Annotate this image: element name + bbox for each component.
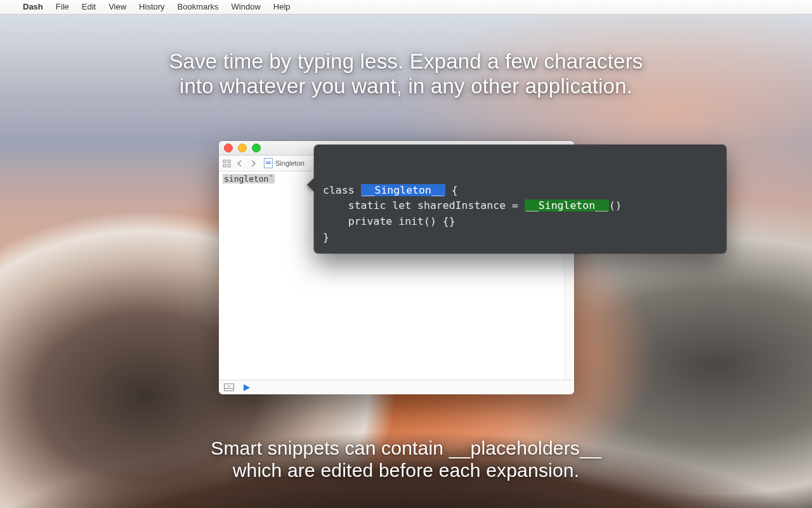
marketing-caption-bottom: Smart snippets can contain __placeholder… [0,437,812,482]
snippet-expansion-tooltip: class __Singleton__ { static let sharedI… [314,145,726,253]
debug-area-toggle-icon[interactable] [224,384,234,391]
caption-bottom-line2: which are edited before each expansion. [233,460,580,481]
nav-back-button[interactable] [233,157,245,169]
document-icon [264,158,273,168]
menu-file[interactable]: File [49,0,75,14]
editor-tab-label: Singleton [275,159,304,167]
snip-l4: } [323,231,329,243]
run-play-icon[interactable] [243,384,251,392]
svg-rect-4 [225,384,234,391]
snip-l3: private init() {} [323,215,455,227]
snip-l2a: static let sharedInstance = [323,199,525,211]
traffic-lights [224,144,261,152]
svg-rect-0 [223,160,226,163]
editor-text-area[interactable]: singleton` [219,171,275,380]
tooltip-arrow [307,178,314,192]
minimize-button[interactable] [238,144,247,152]
menu-help[interactable]: Help [267,0,297,14]
menu-bookmarks[interactable]: Bookmarks [171,0,225,14]
caption-top-line1: Save time by typing less. Expand a few c… [169,50,643,73]
zoom-button[interactable] [252,144,261,152]
app-name-menu[interactable]: Dash [16,0,49,14]
menu-window[interactable]: Window [225,0,267,14]
menu-edit[interactable]: Edit [75,0,102,14]
placeholder-mirror: __Singleton__ [525,199,609,211]
placeholder-active: __Singleton__ [361,184,445,196]
typed-trigger-text: singleton` [223,174,275,184]
menu-view[interactable]: View [102,0,133,14]
svg-rect-2 [223,164,226,167]
marketing-caption-top: Save time by typing less. Expand a few c… [0,50,812,99]
menu-history[interactable]: History [133,0,171,14]
caption-top-line2: into whatever you want, in any other app… [180,74,632,98]
related-items-icon[interactable] [223,159,231,168]
snip-l1a: class [323,184,361,196]
nav-forward-button[interactable] [247,157,259,169]
svg-rect-1 [228,160,230,163]
caption-bottom-line1: Smart snippets can contain __placeholder… [211,438,601,458]
snip-l1b: { [445,184,458,196]
close-button[interactable] [224,144,233,152]
macos-menubar: Dash File Edit View History Bookmarks Wi… [0,0,812,15]
editor-bottom-bar [219,380,574,394]
svg-rect-3 [228,164,230,167]
editor-tab[interactable]: Singleton [264,158,304,168]
snip-l2b: () [609,199,622,211]
